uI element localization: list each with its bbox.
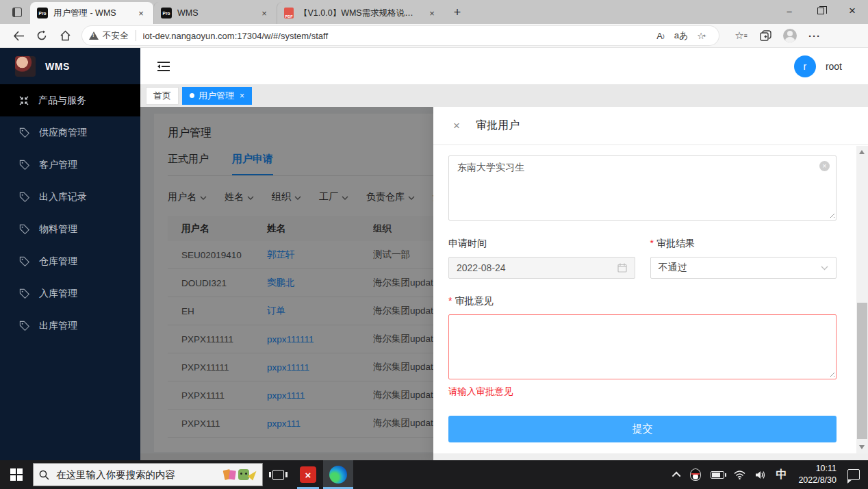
tab-close-icon[interactable]: × <box>136 8 146 18</box>
browser-toolbar: 不安全 iot-dev.nangaoyun.com:17304/w/#/syst… <box>0 24 868 48</box>
tab-title: 【V1.0.0】WMS需求规格说明书 <box>299 8 421 19</box>
sidebar-item-inbound[interactable]: 入库管理 <box>0 277 140 310</box>
close-window-button[interactable]: × <box>837 0 868 22</box>
tag-icon <box>19 127 29 138</box>
approve-comment-textarea[interactable] <box>448 314 837 379</box>
ime-indicator[interactable]: 中 <box>771 460 791 489</box>
tab-close-icon[interactable]: × <box>426 8 437 18</box>
address-bar[interactable]: 不安全 iot-dev.nangaoyun.com:17304/w/#/syst… <box>82 26 719 45</box>
settings-more-icon[interactable]: ··· <box>802 26 827 45</box>
favorites-bar-icon[interactable]: ☆≡ <box>728 26 753 45</box>
system-tray: 中 10:11 2022/8/30 <box>669 460 868 489</box>
taskbar-clock[interactable]: 10:11 2022/8/30 <box>791 463 843 486</box>
sidebar-item-label: 出入库记录 <box>39 191 87 203</box>
redx-app-icon: × <box>300 466 316 483</box>
new-tab-button[interactable]: + <box>448 3 466 21</box>
approve-result-field: *审批结果 不通过 <box>650 238 837 279</box>
scroll-up-icon[interactable] <box>859 150 865 154</box>
tray-expand-icon[interactable] <box>669 460 685 489</box>
back-icon[interactable] <box>7 26 30 45</box>
approve-comment-field: *审批意见 请输入审批意见 <box>448 295 837 398</box>
search-icon <box>39 470 49 480</box>
minimize-button[interactable]: – <box>774 0 805 22</box>
translate-icon[interactable]: aあ <box>671 27 691 44</box>
windows-logo-icon <box>10 468 23 481</box>
tag-icon <box>19 288 29 299</box>
tag-icon <box>19 160 29 170</box>
apply-reason-textarea[interactable]: 东南大学实习生 <box>448 155 837 221</box>
sidebar-item-customer[interactable]: 客户管理 <box>0 149 140 181</box>
approve-result-select[interactable]: 不通过 <box>650 257 837 279</box>
restore-button[interactable] <box>805 0 837 22</box>
start-button[interactable] <box>0 460 33 489</box>
divider <box>136 30 136 41</box>
qq-tray-icon[interactable] <box>685 460 706 489</box>
pro-favicon-icon: Pro <box>161 8 172 18</box>
approve-result-label: 审批结果 <box>656 238 695 250</box>
taskbar-app-edge[interactable] <box>323 460 353 489</box>
tab-actions-icon[interactable] <box>7 3 27 22</box>
drawer-close-icon[interactable]: × <box>450 119 463 133</box>
approve-comment-label: 审批意见 <box>455 295 493 308</box>
task-view-icon <box>272 470 284 480</box>
page-tab-user-management[interactable]: 用户管理 × <box>182 87 252 105</box>
browser-tab-2[interactable]: Pro WMS × <box>153 2 277 24</box>
tab-close-icon[interactable]: × <box>259 8 270 18</box>
read-aloud-icon[interactable]: A) <box>650 27 671 44</box>
calendar-icon <box>617 263 627 273</box>
sidebar-item-warehouse[interactable]: 仓库管理 <box>0 245 140 277</box>
app-logo: WMS <box>0 48 140 84</box>
approve-user-drawer: × 审批用户 东南大学实习生 × 申请时间 2022-08-24 <box>433 107 868 460</box>
drawer-header: × 审批用户 <box>433 107 868 145</box>
content-region: 用户管理 正式用户 用户申请 用户名 姓名 组织 工厂 负责仓库 角色 用户名 <box>140 107 868 460</box>
browser-tab-3[interactable]: PDF 【V1.0.0】WMS需求规格说明书 × <box>277 2 444 24</box>
browser-tab-1[interactable]: Pro 用户管理 - WMS × <box>30 2 153 24</box>
security-warning[interactable]: 不安全 <box>89 30 129 42</box>
logo-avatar-image <box>15 56 36 77</box>
window-controls: – × <box>774 0 868 22</box>
sidebar-item-label: 仓库管理 <box>39 255 77 268</box>
sidebar-item-label: 入库管理 <box>39 288 77 300</box>
refresh-icon[interactable] <box>30 26 53 45</box>
taskbar-search[interactable]: 在这里输入你要搜索的内容 <box>33 463 263 486</box>
task-view-button[interactable] <box>263 460 293 489</box>
user-avatar[interactable]: r <box>794 55 816 77</box>
taskbar-app-redx[interactable]: × <box>293 460 323 489</box>
sidebar-item-products[interactable]: 产品与服务 <box>0 84 140 116</box>
notification-center-icon[interactable] <box>847 469 860 480</box>
wifi-icon[interactable] <box>729 460 750 489</box>
menu-fold-icon[interactable] <box>154 57 173 76</box>
sidebar-item-outbound[interactable]: 出库管理 <box>0 310 140 342</box>
submit-button[interactable]: 提交 <box>448 416 837 442</box>
sidebar-item-inout-records[interactable]: 出入库记录 <box>0 181 140 213</box>
app-title: WMS <box>45 61 70 72</box>
home-icon[interactable] <box>53 26 77 45</box>
clear-icon[interactable]: × <box>819 161 830 171</box>
drawer-title: 审批用户 <box>476 118 520 133</box>
pdf-favicon-icon: PDF <box>284 8 294 18</box>
tab-title: 用户管理 - WMS <box>53 8 130 19</box>
sidebar-item-material[interactable]: 物料管理 <box>0 213 140 245</box>
battery-icon[interactable] <box>706 460 729 489</box>
screen: Pro 用户管理 - WMS × Pro WMS × PDF 【V1.0.0】W… <box>0 0 868 489</box>
collections-icon[interactable] <box>753 26 778 45</box>
volume-icon[interactable] <box>750 460 771 489</box>
browser-tabstrip: Pro 用户管理 - WMS × Pro WMS × PDF 【V1.0.0】W… <box>0 0 868 24</box>
scroll-down-icon[interactable] <box>859 445 865 449</box>
sidebar-item-supplier[interactable]: 供应商管理 <box>0 116 140 149</box>
sidebar: WMS 产品与服务 供应商管理 客户管理 出入库记录 物料管理 <box>0 48 140 460</box>
url-text[interactable]: iot-dev.nangaoyun.com:17304/w/#/system/s… <box>143 31 651 41</box>
browser-profile-icon[interactable] <box>778 26 802 45</box>
scrollbar-thumb[interactable] <box>857 303 867 439</box>
page-tab-home[interactable]: 首页 <box>146 87 179 105</box>
warning-icon <box>89 32 99 40</box>
apply-reason-field: 东南大学实习生 × <box>448 155 837 223</box>
sidebar-item-label: 产品与服务 <box>38 95 86 107</box>
search-decoration-image[interactable] <box>224 469 257 480</box>
drawer-scrollbar[interactable] <box>856 146 868 453</box>
sidebar-item-label: 出库管理 <box>39 320 77 332</box>
username-label: root <box>826 61 842 72</box>
date-label: 2022/8/30 <box>798 475 837 486</box>
close-tab-icon[interactable]: × <box>240 91 244 101</box>
favorite-star-icon[interactable]: ☆+ <box>691 27 712 44</box>
